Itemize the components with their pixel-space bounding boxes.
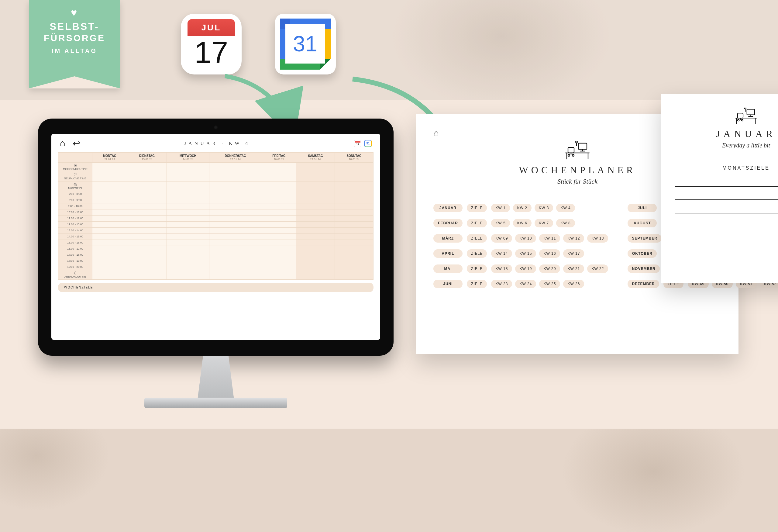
- planner-cell[interactable]: [262, 209, 296, 215]
- planner-cell[interactable]: [127, 246, 167, 252]
- planner-cell[interactable]: [167, 264, 209, 270]
- planner-cell[interactable]: [296, 240, 335, 246]
- kw-pill[interactable]: KW 17: [563, 249, 584, 258]
- planner-cell[interactable]: [209, 203, 262, 209]
- planner-cell[interactable]: [167, 215, 209, 221]
- week-goals-label[interactable]: WOCHENZIELE: [58, 283, 374, 292]
- ziele-pill[interactable]: ZIELE: [467, 219, 487, 227]
- planner-cell[interactable]: [127, 252, 167, 258]
- planner-cell[interactable]: [296, 203, 335, 209]
- kw-pill[interactable]: KW 14: [491, 249, 512, 258]
- planner-cell[interactable]: [209, 233, 262, 240]
- planner-cell[interactable]: [335, 221, 374, 227]
- planner-cell[interactable]: [262, 240, 296, 246]
- month-pill[interactable]: APRIL: [434, 249, 463, 258]
- planner-cell[interactable]: [262, 172, 296, 181]
- kw-pill[interactable]: KW 10: [515, 234, 536, 243]
- planner-cell[interactable]: [167, 197, 209, 203]
- month-pill[interactable]: JANUAR: [434, 204, 463, 212]
- ziele-pill[interactable]: ZIELE: [467, 249, 487, 258]
- planner-cell[interactable]: [335, 172, 374, 181]
- planner-cell[interactable]: [335, 181, 374, 191]
- planner-cell[interactable]: [296, 191, 335, 197]
- planner-cell[interactable]: [262, 215, 296, 221]
- planner-cell[interactable]: [296, 215, 335, 221]
- planner-cell[interactable]: [335, 203, 374, 209]
- kw-pill[interactable]: KW 1: [491, 204, 510, 212]
- planner-cell[interactable]: [127, 215, 167, 221]
- ziele-pill[interactable]: ZIELE: [467, 280, 487, 288]
- planner-cell[interactable]: [127, 258, 167, 264]
- planner-cell[interactable]: [296, 163, 335, 172]
- planner-cell[interactable]: [262, 181, 296, 191]
- planner-cell[interactable]: [335, 252, 374, 258]
- kw-pill[interactable]: KW 5: [491, 219, 510, 227]
- planner-cell[interactable]: [262, 227, 296, 233]
- goal-lines[interactable]: [675, 186, 778, 213]
- planner-cell[interactable]: [167, 163, 209, 172]
- planner-cell[interactable]: [335, 215, 374, 221]
- planner-cell[interactable]: [209, 258, 262, 264]
- planner-cell[interactable]: [262, 221, 296, 227]
- planner-cell[interactable]: [335, 240, 374, 246]
- planner-cell[interactable]: [127, 233, 167, 240]
- planner-cell[interactable]: [209, 181, 262, 191]
- planner-cell[interactable]: [127, 197, 167, 203]
- planner-cell[interactable]: [167, 191, 209, 197]
- planner-cell[interactable]: [127, 203, 167, 209]
- month-pill[interactable]: SEPTEMBER: [628, 234, 662, 243]
- planner-cell[interactable]: [262, 258, 296, 264]
- month-pill[interactable]: MÄRZ: [434, 234, 463, 243]
- planner-cell[interactable]: [335, 209, 374, 215]
- planner-cell[interactable]: [127, 227, 167, 233]
- month-pill[interactable]: DEZEMBER: [628, 280, 659, 288]
- planner-cell[interactable]: [127, 163, 167, 172]
- planner-cell[interactable]: [209, 227, 262, 233]
- planner-cell[interactable]: [262, 270, 296, 279]
- planner-cell[interactable]: [335, 227, 374, 233]
- planner-cell[interactable]: [92, 181, 127, 191]
- planner-cell[interactable]: [296, 181, 335, 191]
- planner-cell[interactable]: [262, 246, 296, 252]
- month-pill[interactable]: FEBRUAR: [434, 219, 463, 227]
- planner-cell[interactable]: [335, 191, 374, 197]
- planner-cell[interactable]: [127, 181, 167, 191]
- planner-cell[interactable]: [262, 264, 296, 270]
- planner-cell[interactable]: [127, 270, 167, 279]
- planner-cell[interactable]: [167, 240, 209, 246]
- kw-pill[interactable]: KW 8: [556, 219, 575, 227]
- planner-cell[interactable]: [167, 258, 209, 264]
- planner-cell[interactable]: [335, 197, 374, 203]
- planner-cell[interactable]: [262, 191, 296, 197]
- planner-cell[interactable]: [209, 270, 262, 279]
- planner-cell[interactable]: [296, 221, 335, 227]
- back-icon[interactable]: ↩: [73, 138, 80, 149]
- kw-pill[interactable]: KW 16: [539, 249, 560, 258]
- planner-cell[interactable]: [262, 252, 296, 258]
- planner-cell[interactable]: [167, 270, 209, 279]
- planner-cell[interactable]: [92, 240, 127, 246]
- planner-cell[interactable]: [167, 227, 209, 233]
- planner-cell[interactable]: [262, 197, 296, 203]
- planner-cell[interactable]: [92, 209, 127, 215]
- kw-pill[interactable]: KW 11: [539, 234, 560, 243]
- kw-pill[interactable]: KW 18: [491, 264, 512, 273]
- planner-cell[interactable]: [92, 191, 127, 197]
- planner-cell[interactable]: [209, 264, 262, 270]
- ziele-pill[interactable]: ZIELE: [467, 264, 487, 273]
- planner-cell[interactable]: [209, 246, 262, 252]
- month-pill[interactable]: MAI: [434, 264, 463, 273]
- kw-pill[interactable]: KW 20: [539, 264, 560, 273]
- planner-cell[interactable]: [92, 246, 127, 252]
- planner-cell[interactable]: [127, 221, 167, 227]
- planner-cell[interactable]: [335, 264, 374, 270]
- kw-pill[interactable]: KW 26: [563, 280, 584, 288]
- planner-cell[interactable]: [209, 163, 262, 172]
- kw-pill[interactable]: KW 12: [563, 234, 584, 243]
- planner-cell[interactable]: [209, 191, 262, 197]
- kw-pill[interactable]: KW 2: [513, 204, 532, 212]
- planner-cell[interactable]: [296, 233, 335, 240]
- kw-pill[interactable]: KW 23: [491, 280, 512, 288]
- planner-cell[interactable]: [92, 203, 127, 209]
- planner-cell[interactable]: [92, 215, 127, 221]
